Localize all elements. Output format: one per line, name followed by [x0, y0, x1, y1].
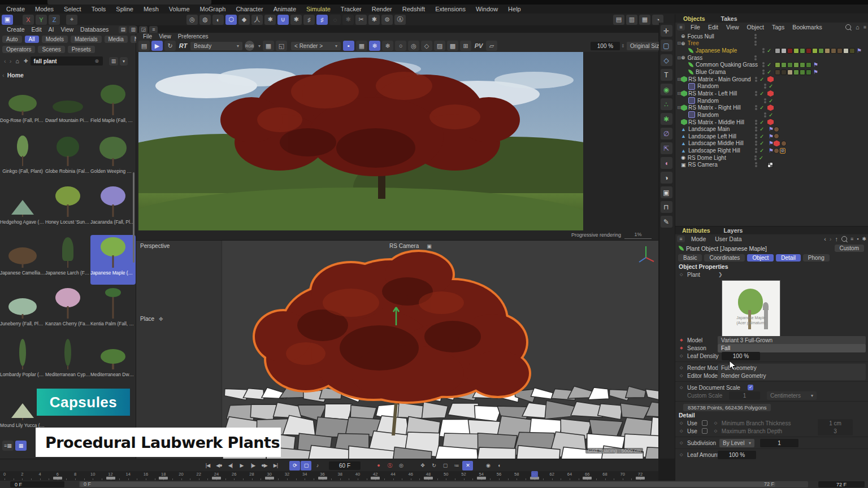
redshift-object-tag[interactable]	[767, 104, 774, 111]
timeline-ruler[interactable]: 0246810121416182022242628303234363840424…	[0, 471, 658, 481]
subdivision-field[interactable]: 1	[760, 439, 798, 447]
annotation-tag-icon[interactable]: ⚑	[769, 126, 774, 132]
material-tag[interactable]	[774, 148, 779, 154]
home-icon[interactable]: ⌂	[856, 24, 860, 30]
pv-icon[interactable]: PV	[473, 41, 484, 51]
material-tag[interactable]	[812, 48, 818, 54]
grid-quantize-icon[interactable]: ♯	[303, 15, 315, 25]
snap-settings-icon[interactable]: ✱	[290, 15, 302, 25]
add-icon[interactable]: ✚	[24, 58, 28, 64]
attr-search-icon[interactable]	[841, 236, 847, 242]
spline-tool-icon[interactable]: ✂	[355, 15, 367, 25]
motext-icon[interactable]: T	[661, 69, 672, 81]
object-label[interactable]: Japanese Maple	[696, 47, 762, 54]
visibility-dots[interactable]	[754, 55, 757, 60]
material-tag[interactable]	[806, 69, 811, 75]
asset-tile[interactable]: Ginkgo (Fall, Plant)	[0, 133, 45, 183]
autokey-button[interactable]: Ⓐ	[384, 461, 395, 470]
beauty-dropdown[interactable]: Beauty▾	[190, 42, 242, 50]
menu-item[interactable]: Redshift	[397, 6, 430, 12]
render-slot-dropdown[interactable]: < Render >▾	[291, 42, 341, 50]
loop-mode-button[interactable]: ⟳	[289, 461, 300, 470]
redshift-object-tag[interactable]	[774, 140, 780, 146]
menu-item[interactable]: Window	[471, 6, 503, 12]
expander-icon[interactable]: ⊟	[675, 77, 681, 82]
sound-button[interactable]: ♪	[312, 461, 323, 470]
object-label[interactable]: Random	[697, 83, 764, 89]
redshift-object-tag[interactable]	[767, 90, 774, 97]
active-camera-label[interactable]: RS Camera ▣	[389, 243, 432, 249]
history-back-icon[interactable]: ‹	[824, 236, 826, 242]
annotation-tag-icon[interactable]: ⚑	[813, 69, 818, 75]
manager-menu-item[interactable]: Object	[743, 24, 768, 30]
spline-icon[interactable]: ▢	[661, 40, 672, 51]
enable-check[interactable]: ✓	[769, 98, 776, 104]
visibility-dots[interactable]	[764, 84, 766, 89]
material-tag[interactable]	[781, 48, 787, 54]
manager-tab[interactable]: Takes	[713, 15, 745, 22]
material-tag[interactable]	[793, 48, 799, 54]
visibility-dots[interactable]	[762, 62, 765, 67]
dim-settings-icon[interactable]: ✱	[342, 15, 354, 25]
key-rotation-button[interactable]: ↻	[428, 461, 439, 470]
attribute-tab[interactable]: Layers	[717, 227, 750, 234]
render-mode-dropdown[interactable]: Full Geometry	[718, 364, 866, 372]
menu-item[interactable]: Render	[367, 6, 397, 12]
filter-icon[interactable]: ≡	[863, 24, 866, 30]
filter-tab[interactable]: Materials	[71, 36, 102, 43]
play-button[interactable]: ▶	[236, 461, 247, 470]
material-tag[interactable]	[793, 69, 799, 75]
axis-z-button[interactable]: Z	[49, 15, 60, 25]
season-dropdown[interactable]: Fall	[718, 344, 866, 352]
deformer-icon[interactable]: ⇱	[661, 142, 672, 154]
menu-item[interactable]: Create	[1, 6, 30, 12]
enable-check[interactable]: ✓	[760, 147, 767, 154]
filter-tab[interactable]: Auto	[2, 36, 22, 43]
perspective-viewport[interactable]: Perspective RS Camera ▣ Place ✥ Grid Spa…	[136, 240, 658, 459]
asset-tile[interactable]: Lombardy Poplar (Fall...	[0, 337, 45, 386]
min-branch-field[interactable]: 1 cm	[818, 419, 853, 428]
object-label[interactable]: Random	[697, 98, 764, 104]
custom-scale-unit-dropdown[interactable]: Centimeters▾	[767, 391, 817, 400]
object-label[interactable]: RS Matrix - Middle Hill	[688, 119, 755, 125]
manager-menu-item[interactable]: File	[687, 24, 704, 30]
annotation-tag-icon[interactable]: ⚑	[769, 147, 774, 154]
asset-menu-item[interactable]: AI	[45, 26, 58, 33]
asset-tile[interactable]: Jacaranda (Fall, Plant)	[90, 184, 136, 234]
attr-burger-icon[interactable]: ≡	[677, 236, 685, 242]
range-slider[interactable]: 0 F 72 F	[79, 481, 808, 487]
object-label[interactable]: RS Matrix - Left Hill	[688, 90, 755, 97]
attr-filter-icon[interactable]: ≡	[850, 236, 853, 242]
image-add-icon[interactable]: ⊞	[460, 41, 471, 51]
asset-tile[interactable]: Japanese Camellia (Fal...	[0, 235, 45, 285]
fg-circle-icon[interactable]: ○	[395, 41, 406, 51]
visibility-dots[interactable]	[755, 77, 757, 82]
record-active-button[interactable]: ◐	[494, 461, 505, 470]
asset-tile[interactable]: Dwarf Mountain Pine (...	[45, 82, 90, 132]
filter-tab[interactable]: Scenes	[38, 46, 64, 53]
material-tag[interactable]	[818, 48, 824, 54]
search-icon[interactable]	[845, 24, 851, 30]
mode-menu[interactable]: Mode	[687, 236, 710, 242]
asset-tile[interactable]: Globe Robinia (Fall, Pl...	[45, 133, 90, 183]
material-tag[interactable]	[781, 69, 787, 75]
end-frame-field[interactable]: 72 F	[818, 481, 865, 487]
object-tree-row[interactable]: ▣RS Camera	[675, 162, 868, 169]
asset-tile[interactable]: Honey Locust 'Sunbur...	[45, 184, 90, 234]
camera-icon[interactable]: ▣	[427, 243, 432, 249]
keyframe-selection-button[interactable]: ◎	[396, 461, 406, 470]
simulation-scene-icon[interactable]: ⬡	[225, 15, 237, 25]
attribute-tab[interactable]: Attributes	[675, 227, 717, 234]
object-label[interactable]: Landscape Main	[688, 126, 755, 132]
asset-tile[interactable]: Mediterranean Cypres...	[45, 337, 90, 386]
annotation-tag-icon[interactable]: ⚑	[857, 47, 862, 54]
prev-frame-button[interactable]: ◀|	[225, 461, 236, 470]
filter-tab[interactable]: Presets	[68, 46, 95, 53]
object-label[interactable]: Random	[697, 112, 764, 118]
goto-end-button[interactable]: ▶|	[270, 461, 281, 470]
enable-check[interactable]: ✓	[760, 104, 767, 111]
material-tag[interactable]	[806, 62, 811, 68]
annotation-tag-icon[interactable]: ⚑	[769, 133, 774, 140]
redshift-object-tag[interactable]	[767, 119, 774, 125]
zoom-stepper[interactable]: ⇕	[621, 43, 625, 49]
